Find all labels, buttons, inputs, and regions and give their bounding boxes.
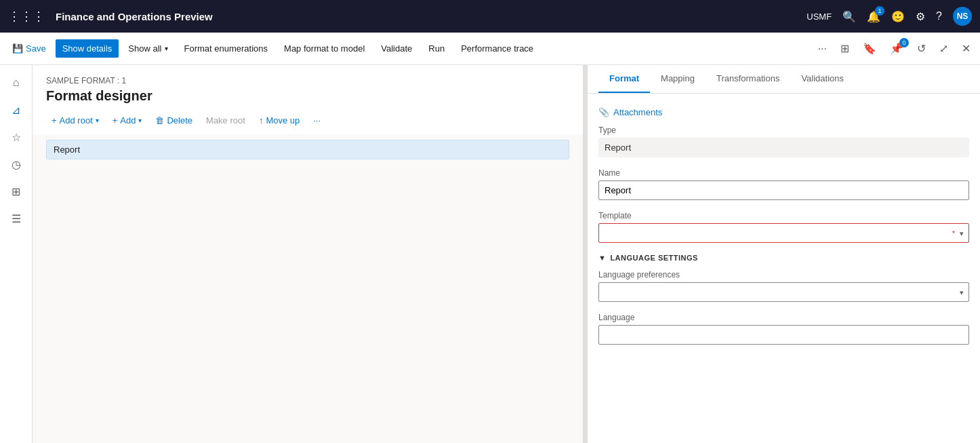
save-button[interactable]: 💾 Save <box>5 39 53 58</box>
more-toolbar-button[interactable]: ··· <box>308 112 326 129</box>
name-label: Name <box>598 168 969 178</box>
template-field-group: Template * ▾ <box>598 211 969 243</box>
show-all-chevron-icon: ▾ <box>165 45 168 52</box>
language-preferences-field-group: Language preferences ▾ <box>598 270 969 302</box>
move-up-arrow-icon: ↑ <box>259 115 264 126</box>
page-header: SAMPLE FORMAT : 1 Format designer <box>33 65 583 112</box>
notification-badge: 1 <box>875 6 884 16</box>
sidebar-list-icon[interactable]: ☰ <box>4 206 28 231</box>
panel-tabs: Format Mapping Transformations Validatio… <box>588 65 980 94</box>
search-icon[interactable]: 🔍 <box>842 10 856 23</box>
add-plus-icon: + <box>113 115 118 126</box>
settings-icon[interactable]: ⚙ <box>916 10 925 23</box>
attachments-link[interactable]: 📎 Attachments <box>598 104 969 126</box>
delete-button[interactable]: 🗑 Delete <box>150 112 198 129</box>
format-toolbar: + Add root ▾ + Add ▾ 🗑 Delete Make root <box>33 112 583 134</box>
sidebar-filter-icon[interactable]: ⊿ <box>4 98 28 122</box>
language-field-group: Language <box>598 313 969 345</box>
section-collapse-chevron-icon: ▼ <box>598 254 606 262</box>
add-root-plus-icon: + <box>52 115 57 126</box>
sidebar: ⌂ ⊿ ☆ ◷ ⊞ ☰ <box>0 65 33 443</box>
command-bar: 💾 Save Show details Show all ▾ Format en… <box>0 33 980 65</box>
user-avatar[interactable]: NS <box>953 7 972 26</box>
breadcrumb: SAMPLE FORMAT : 1 <box>46 76 569 85</box>
tree-item-report-label: Report <box>54 145 80 155</box>
type-input <box>598 138 969 157</box>
bookmark-icon-button[interactable]: 🔖 <box>859 39 880 58</box>
move-up-button[interactable]: ↑ Move up <box>253 112 305 129</box>
help-icon[interactable]: ? <box>936 10 942 22</box>
run-button[interactable]: Run <box>422 39 451 58</box>
open-external-button[interactable]: ⤢ <box>935 39 952 58</box>
type-label: Type <box>598 126 969 135</box>
show-all-button[interactable]: Show all ▾ <box>121 39 174 58</box>
tab-transformations[interactable]: Transformations <box>706 65 790 93</box>
main-layout: ⌂ ⊿ ☆ ◷ ⊞ ☰ SAMPLE FORMAT : 1 Format des… <box>0 65 980 443</box>
name-input[interactable] <box>598 180 969 200</box>
left-panel: SAMPLE FORMAT : 1 Format designer + Add … <box>33 65 583 443</box>
delete-trash-icon: 🗑 <box>155 115 164 126</box>
content-area: SAMPLE FORMAT : 1 Format designer + Add … <box>33 65 980 443</box>
performance-trace-button[interactable]: Performance trace <box>454 39 540 58</box>
title-bar: ⋮⋮⋮ Finance and Operations Preview USMF … <box>0 0 980 33</box>
language-preferences-select-wrapper: ▾ <box>598 282 969 302</box>
template-select-wrapper: * ▾ <box>598 223 969 243</box>
add-root-chevron-icon: ▾ <box>96 117 99 124</box>
format-icon-button[interactable]: ⊞ <box>836 39 853 58</box>
company-selector[interactable]: USMF <box>807 12 832 22</box>
language-preferences-label: Language preferences <box>598 270 969 280</box>
name-field-group: Name (function(){ var d = JSON.parse(doc… <box>598 168 969 200</box>
notification-icon[interactable]: 🔔 1 <box>867 10 880 23</box>
right-panel: Format Mapping Transformations Validatio… <box>587 65 980 443</box>
type-field-group: Type (function(){ var d = JSON.parse(doc… <box>598 126 969 157</box>
tab-validations[interactable]: Validations <box>790 65 855 93</box>
tab-format[interactable]: Format <box>598 65 650 93</box>
more-options-button[interactable]: ··· <box>814 40 831 58</box>
close-button[interactable]: ✕ <box>958 39 975 58</box>
sidebar-star-icon[interactable]: ☆ <box>4 125 28 149</box>
tree-area: Report <box>33 134 583 443</box>
refresh-button[interactable]: ↺ <box>913 39 930 58</box>
app-title: Finance and Operations Preview <box>56 11 800 22</box>
sidebar-home-icon[interactable]: ⌂ <box>4 71 28 95</box>
show-details-button[interactable]: Show details <box>56 39 119 58</box>
sidebar-clock-icon[interactable]: ◷ <box>4 152 28 176</box>
panel-content: 📎 Attachments Type (function(){ var d = … <box>588 94 980 443</box>
language-label: Language <box>598 313 969 322</box>
template-label: Template <box>598 211 969 220</box>
format-enumerations-button[interactable]: Format enumerations <box>178 39 275 58</box>
add-root-button[interactable]: + Add root ▾ <box>46 112 104 129</box>
tree-item-report[interactable]: Report <box>46 140 569 159</box>
add-button[interactable]: + Add ▾ <box>107 112 148 129</box>
page-title: Format designer <box>46 88 569 104</box>
language-preferences-select[interactable] <box>598 282 969 302</box>
pin-badge: 0 <box>899 38 909 47</box>
language-settings-section[interactable]: ▼ LANGUAGE SETTINGS <box>598 254 969 262</box>
save-icon: 💾 <box>12 43 23 54</box>
attachment-paperclip-icon: 📎 <box>598 107 609 117</box>
validate-button[interactable]: Validate <box>374 39 419 58</box>
waffle-icon[interactable]: ⋮⋮⋮ <box>8 9 45 24</box>
template-select[interactable] <box>598 223 969 243</box>
pin-icon-button[interactable]: 📌 0 <box>886 39 907 58</box>
make-root-button: Make root <box>201 112 251 129</box>
add-chevron-icon: ▾ <box>138 117 142 124</box>
smiley-icon[interactable]: 🙂 <box>891 10 905 23</box>
language-input[interactable] <box>598 325 969 345</box>
map-format-to-model-button[interactable]: Map format to model <box>277 39 371 58</box>
tab-mapping[interactable]: Mapping <box>650 65 706 93</box>
sidebar-grid-icon[interactable]: ⊞ <box>4 179 28 204</box>
